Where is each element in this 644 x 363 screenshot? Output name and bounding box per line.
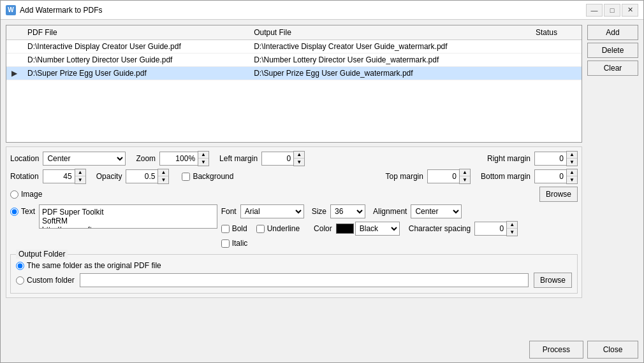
add-button[interactable]: Add xyxy=(587,25,638,40)
table-row[interactable]: ▶ D:\Super Prize Egg User Guide.pdf D:\S… xyxy=(6,67,582,80)
rotation-up-btn[interactable]: ▲ xyxy=(75,169,85,176)
underline-checkbox-row: Underline xyxy=(256,224,300,233)
title-bar: W Add Watermark to PDFs — □ ✕ xyxy=(1,1,643,20)
pdf-file-cell: D:\Number Lottery Director User Guide.pd… xyxy=(22,53,249,67)
rotation-input[interactable]: 45 xyxy=(43,169,75,183)
file-table: PDF File Output File Status D:\Interacti… xyxy=(6,25,582,80)
char-spacing-down-btn[interactable]: ▼ xyxy=(507,229,517,236)
bottom-margin-label: Bottom margin xyxy=(481,172,531,181)
custom-folder-input[interactable] xyxy=(80,273,529,287)
font-select[interactable]: Arial xyxy=(240,204,304,218)
font-label: Font xyxy=(221,207,237,216)
right-margin-spinner: 0 ▲ ▼ xyxy=(534,151,578,166)
bottom-buttons-area: Process Close xyxy=(1,337,643,362)
table-row[interactable]: D:\Interactive Display Creator User Guid… xyxy=(6,40,582,53)
output-file-col-header: Output File xyxy=(249,25,531,40)
color-label: Color xyxy=(314,224,332,233)
bottom-margin-down-btn[interactable]: ▼ xyxy=(567,176,577,183)
zoom-spinner: 100% ▲ ▼ xyxy=(159,151,209,166)
bold-checkbox[interactable] xyxy=(221,225,230,233)
right-margin-input[interactable]: 0 xyxy=(534,152,566,166)
underline-checkbox[interactable] xyxy=(256,225,265,233)
top-margin-down-btn[interactable]: ▼ xyxy=(460,176,470,183)
opacity-spinner: 0.5 ▲ ▼ xyxy=(126,169,169,184)
image-row: Image Browse xyxy=(10,187,578,202)
row-arrow xyxy=(6,40,22,53)
bold-checkbox-row: Bold xyxy=(221,224,247,233)
rotation-label: Rotation xyxy=(10,172,39,181)
file-table-wrapper: PDF File Output File Status D:\Interacti… xyxy=(6,25,582,143)
zoom-up-btn[interactable]: ▲ xyxy=(198,152,209,159)
text-radio[interactable] xyxy=(10,208,18,216)
text-content-area[interactable]: PDF Super Toolkit SoftRM http://www.soft… xyxy=(39,204,217,229)
bottom-margin-up-btn[interactable]: ▲ xyxy=(567,169,577,176)
pdf-file-col-header: PDF File xyxy=(22,25,249,40)
title-bar-left: W Add Watermark to PDFs xyxy=(6,5,103,15)
color-select[interactable]: Black xyxy=(355,222,400,236)
close-button[interactable]: Close xyxy=(587,341,638,359)
text-radio-row: Text xyxy=(10,207,35,216)
top-margin-label: Top margin xyxy=(386,172,423,181)
same-folder-radio[interactable] xyxy=(16,262,24,270)
delete-button[interactable]: Delete xyxy=(587,43,638,58)
zoom-down-btn[interactable]: ▼ xyxy=(198,159,209,166)
browse-image-button[interactable]: Browse xyxy=(539,187,578,202)
bold-label: Bold xyxy=(232,224,247,233)
char-spacing-up-btn[interactable]: ▲ xyxy=(507,222,517,229)
char-spacing-input[interactable]: 0 xyxy=(474,222,506,236)
process-button[interactable]: Process xyxy=(529,341,583,359)
opacity-input[interactable]: 0.5 xyxy=(126,169,157,183)
right-margin-up-btn[interactable]: ▲ xyxy=(567,152,577,159)
opacity-up-btn[interactable]: ▲ xyxy=(158,169,168,176)
text-label: Text xyxy=(21,207,35,216)
font-row: Font Arial Size 36 Alignment Center xyxy=(221,204,578,218)
left-margin-input[interactable]: 0 xyxy=(261,152,293,166)
opacity-down-btn[interactable]: ▼ xyxy=(158,176,168,183)
left-margin-up-btn[interactable]: ▲ xyxy=(294,152,304,159)
alignment-select[interactable]: Center xyxy=(411,204,462,218)
text-section: Text PDF Super Toolkit SoftRM http://www… xyxy=(10,204,578,248)
same-folder-label: The same folder as the original PDF file xyxy=(27,261,161,270)
settings-row-1: Location Center Zoom 100% ▲ ▼ Left margi… xyxy=(10,151,578,166)
left-margin-spinner: 0 ▲ ▼ xyxy=(261,151,305,166)
custom-folder-label: Custom folder xyxy=(27,276,75,285)
title-controls: — □ ✕ xyxy=(586,4,638,17)
image-radio[interactable] xyxy=(10,190,18,199)
background-label: Background xyxy=(193,172,233,181)
browse-folder-button[interactable]: Browse xyxy=(534,273,572,288)
size-label: Size xyxy=(312,207,326,216)
rotation-spinner: 45 ▲ ▼ xyxy=(43,169,86,184)
maximize-button[interactable]: □ xyxy=(604,4,620,17)
size-select[interactable]: 36 xyxy=(330,204,365,218)
side-buttons: Add Delete Clear xyxy=(587,25,638,332)
rotation-down-btn[interactable]: ▼ xyxy=(75,176,85,183)
minimize-button[interactable]: — xyxy=(586,4,603,17)
top-margin-up-btn[interactable]: ▲ xyxy=(460,169,470,176)
background-checkbox[interactable] xyxy=(182,173,190,181)
background-checkbox-row: Background xyxy=(182,172,233,181)
right-margin-down-btn[interactable]: ▼ xyxy=(567,159,577,166)
close-window-button[interactable]: ✕ xyxy=(622,4,638,17)
status-cell xyxy=(531,40,582,53)
style-row: Bold Underline Color Black xyxy=(221,221,578,236)
top-margin-spinner: 0 ▲ ▼ xyxy=(427,169,471,184)
clear-button[interactable]: Clear xyxy=(587,60,638,76)
table-row[interactable]: D:\Number Lottery Director User Guide.pd… xyxy=(6,53,582,67)
app-icon: W xyxy=(6,5,16,15)
bottom-margin-input[interactable]: 0 xyxy=(534,169,566,183)
italic-checkbox[interactable] xyxy=(221,239,230,248)
status-col-header: Status xyxy=(531,25,582,40)
zoom-input[interactable]: 100% xyxy=(159,152,198,166)
italic-row: Italic xyxy=(221,239,578,248)
settings-row-2: Rotation 45 ▲ ▼ Opacity 0.5 ▲ ▼ xyxy=(10,169,578,184)
status-cell xyxy=(531,53,582,67)
arrow-col-header xyxy=(6,25,22,40)
custom-folder-radio[interactable] xyxy=(16,276,24,285)
content-area: PDF File Output File Status D:\Interacti… xyxy=(1,20,643,337)
top-margin-input[interactable]: 0 xyxy=(427,169,459,183)
image-label: Image xyxy=(21,190,42,199)
location-select[interactable]: Center xyxy=(43,152,126,166)
custom-folder-row: Custom folder Browse xyxy=(16,273,572,288)
image-radio-row: Image xyxy=(10,190,42,199)
left-margin-down-btn[interactable]: ▼ xyxy=(294,159,304,166)
